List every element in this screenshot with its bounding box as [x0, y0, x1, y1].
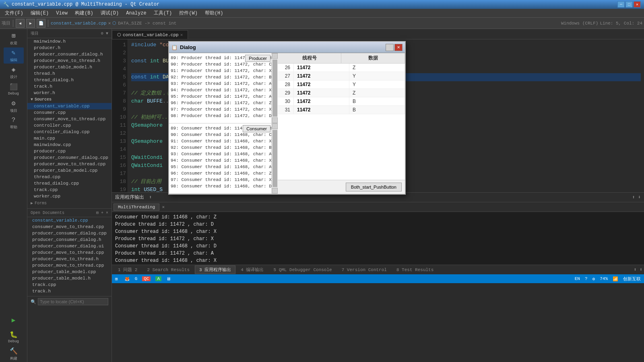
tab-constant-variable[interactable]: ⬡ constant_variable.cpp ✕: [112, 30, 188, 39]
file-producer-cpp[interactable]: producer.cpp: [27, 148, 111, 154]
bottom-expand-icon[interactable]: ⬆ ⬇: [634, 267, 642, 273]
tab-compile[interactable]: 4 编译输出: [236, 265, 268, 274]
sidebar-project[interactable]: ⚙ 项目: [4, 98, 24, 114]
file-consumer-cpp[interactable]: consumer.cpp: [27, 109, 111, 116]
tab-close-output[interactable]: ✕: [160, 204, 166, 210]
open-doc-consumer-move[interactable]: consumer_move_to_thread.cpp: [27, 224, 111, 230]
menu-view[interactable]: View: [53, 10, 71, 17]
sidebar-help[interactable]: ? 帮助: [4, 115, 24, 131]
breadcrumb-file[interactable]: constant_variable.cpp: [51, 21, 107, 26]
output-content: Consumer thread id: 11468 , char: Z Prod…: [112, 212, 644, 265]
producer-scroll-down[interactable]: ▼: [272, 117, 278, 123]
maximize-button[interactable]: □: [625, 1, 633, 8]
file-producer-move-cpp[interactable]: producer_move_to_thread.cpp: [27, 161, 111, 167]
dialog-close-button[interactable]: ✕: [394, 44, 402, 51]
consumer-scroll-thumb[interactable]: [272, 130, 277, 187]
window-controls[interactable]: ─ □ ✕: [617, 1, 641, 8]
sidebar-welcome[interactable]: ⊞ 欢迎: [4, 31, 24, 47]
tab-multithreading[interactable]: MultiThreading: [114, 204, 159, 211]
consumer-scrollbar[interactable]: ▲ ▼: [271, 123, 278, 193]
dialog-help-button[interactable]: ?: [386, 44, 394, 51]
file-thread-h[interactable]: thread.h: [27, 70, 111, 77]
open-doc-ptm-h[interactable]: producer_table_model.h: [27, 275, 111, 282]
menu-help[interactable]: 帮助(H): [202, 9, 227, 17]
tab-qml[interactable]: 5 QML Debugger Console: [269, 266, 336, 274]
producer-button[interactable]: Producer: [245, 55, 270, 62]
open-doc-track-h[interactable]: track.h: [27, 288, 111, 294]
output-header-left: 应用程序输出 ⬆: [115, 194, 152, 201]
open-file-button[interactable]: 📄: [37, 19, 45, 28]
nav-back-button[interactable]: ◀: [16, 19, 25, 28]
consumer-scroll-up[interactable]: ▲: [272, 123, 278, 129]
tab-vcs[interactable]: 7 Version Control: [337, 266, 391, 274]
file-producer-consumer-dialog-cpp[interactable]: producer_consumer_dialog.cpp: [27, 154, 111, 161]
dialog-controls[interactable]: ? ✕: [386, 44, 402, 51]
menu-build[interactable]: 构建(B): [72, 9, 97, 17]
file-producer-table-h[interactable]: producer_table_model.h: [27, 64, 111, 70]
menu-tools[interactable]: 工具(T): [151, 9, 175, 17]
menu-file[interactable]: 文件(F): [2, 9, 27, 17]
file-producer-consumer-dialog-h[interactable]: producer_consumer_dialog.h: [27, 51, 111, 58]
file-controller-dialog-cpp[interactable]: controller_dialog.cpp: [27, 129, 111, 135]
output-line-6: Produce thread id: 11472 , char: A: [115, 250, 641, 257]
forms-group-header[interactable]: ▶ Forms: [27, 200, 111, 207]
close-button[interactable]: ✕: [634, 1, 641, 8]
open-doc-pcd-h[interactable]: producer_consumer_dialog.h: [27, 237, 111, 243]
tab-app-output[interactable]: 3 应用程序输出: [195, 265, 235, 274]
open-doc-pcd-ui[interactable]: producer_consumer_dialog.ui: [27, 243, 111, 249]
sources-group-header[interactable]: ▼ Sources: [27, 96, 111, 103]
file-track-h[interactable]: track.h: [27, 83, 111, 90]
file-worker-h[interactable]: worker.h: [27, 90, 111, 96]
file-worker-cpp[interactable]: worker.cpp: [27, 193, 111, 200]
consumer-scroll-down[interactable]: ▼: [272, 188, 278, 193]
tab-search[interactable]: 2 Search Results: [142, 266, 194, 274]
file-thread-dialog-h[interactable]: thread_dialog.h: [27, 77, 111, 83]
file-constant-variable-cpp[interactable]: constant_variable.cpp: [27, 103, 111, 109]
tab-close-icon[interactable]: ✕: [180, 32, 183, 37]
file-producer-h[interactable]: producer.h: [27, 45, 111, 51]
search-input[interactable]: [38, 298, 108, 305]
open-doc-pmt-h[interactable]: producer_move_to_thread.h: [27, 256, 111, 262]
sidebar-build[interactable]: 🔨 构建: [4, 346, 24, 362]
sidebar-debug[interactable]: ⬛ Debug: [4, 81, 24, 97]
file-track-cpp[interactable]: track.cpp: [27, 187, 111, 193]
sidebar-design[interactable]: ◈ 设计: [4, 64, 24, 80]
file-consumer-move-cpp[interactable]: consumer_move_to_thread.cpp: [27, 116, 111, 122]
open-doc-track-cpp[interactable]: track.cpp: [27, 282, 111, 288]
minimize-button[interactable]: ─: [617, 1, 625, 8]
nav-forward-button[interactable]: ▶: [26, 19, 35, 28]
file-producer-move-h[interactable]: producer_move_to_thread.h: [27, 58, 111, 64]
menu-analyze[interactable]: Analyze: [123, 10, 149, 17]
open-doc-ptm-cpp[interactable]: producer_table_model.cpp: [27, 269, 111, 275]
producer-scrollbar[interactable]: ▲ ▼: [271, 53, 278, 123]
menu-debug[interactable]: 调试(D): [97, 9, 122, 17]
tab-test[interactable]: 8 Test Results: [392, 266, 438, 274]
line-numbers: 12345 678910 1112131415 1617181920 21222…: [112, 39, 128, 192]
menu-edit[interactable]: 编辑(E): [27, 9, 52, 17]
log-panel: Producer 89: Producer thread id: 11472, …: [169, 53, 278, 194]
file-producer-table-cpp[interactable]: producer_table_model.cpp: [27, 167, 111, 174]
file-thread-dialog-cpp[interactable]: thread_dialog.cpp: [27, 180, 111, 187]
breadcrumb-symbol[interactable]: DATA_SIZE -> const int: [118, 21, 176, 26]
open-doc-pmt-cpp[interactable]: producer_move_to_thread.cpp: [27, 249, 111, 256]
file-mainwindow-cpp[interactable]: mainwindow.cpp: [27, 142, 111, 148]
open-doc-pcd-cpp[interactable]: producer_consumer_dialog.cpp: [27, 230, 111, 237]
file-mainwindow-h[interactable]: mainwindow.h: [27, 38, 111, 45]
both-start-button[interactable]: Both_start_PushButton: [346, 183, 402, 191]
sidebar-debug2[interactable]: 🐛 Debug: [4, 329, 24, 345]
tab-problems[interactable]: 1 问题 2: [114, 265, 142, 274]
open-doc-pmt-cpp2[interactable]: producer_move_to_thread.cpp: [27, 262, 111, 269]
consumer-button[interactable]: Consumer: [243, 125, 270, 132]
producer-scroll-up[interactable]: ▲: [272, 53, 278, 59]
file-main-cpp[interactable]: main.cpp: [27, 135, 111, 142]
file-controller-cpp[interactable]: controller.cpp: [27, 122, 111, 129]
file-thread-cpp[interactable]: thread.cpp: [27, 174, 111, 180]
producer-scroll-thumb[interactable]: [272, 60, 277, 117]
status-network: 📶: [613, 276, 618, 282]
sidebar-run[interactable]: ▶: [4, 312, 24, 328]
output-expand-icon[interactable]: ⬆ ⬇: [632, 195, 641, 200]
dialog[interactable]: 📋 Dialog ? ✕ Producer: [168, 41, 406, 195]
open-doc-constant[interactable]: constant_variable.cpp: [27, 217, 111, 224]
menu-controls[interactable]: 控件(W): [176, 9, 201, 17]
sidebar-edit[interactable]: ✎ 编辑: [4, 47, 24, 64]
